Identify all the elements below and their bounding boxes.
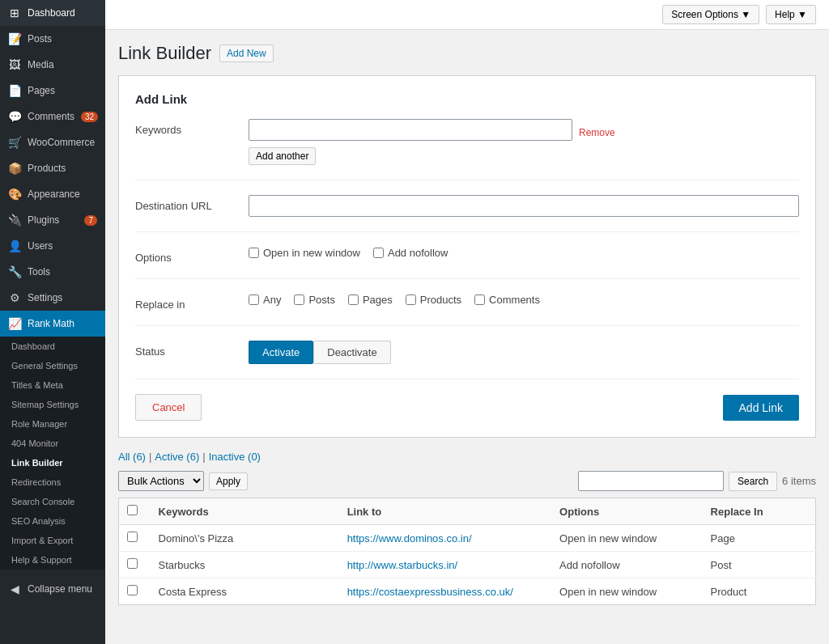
- row-checkbox-1[interactable]: [127, 532, 138, 542]
- sub-label: Import & Export: [11, 536, 73, 545]
- posts-icon: 📝: [8, 32, 21, 45]
- add-nofollow-option[interactable]: Add nofollow: [373, 247, 448, 259]
- rankmath-submenu: Dashboard General Settings Titles & Meta…: [0, 337, 105, 570]
- row-checkbox-2[interactable]: [127, 558, 138, 569]
- sidebar-item-pages[interactable]: 📄 Pages: [0, 78, 105, 104]
- destination-url-input[interactable]: [249, 195, 799, 217]
- sub-role-manager[interactable]: Role Manager: [0, 414, 105, 434]
- options-checkboxes: Open in new window Add nofollow: [249, 247, 799, 259]
- products-icon: 📦: [8, 162, 21, 175]
- sub-import-export[interactable]: Import & Export: [0, 531, 105, 550]
- sub-label: Redirections: [11, 477, 61, 487]
- replace-products-option[interactable]: Products: [406, 294, 461, 306]
- replace-posts-checkbox[interactable]: [294, 294, 304, 305]
- sidebar-item-comments[interactable]: 💬 Comments 32: [0, 104, 105, 129]
- sub-sitemap-settings[interactable]: Sitemap Settings: [0, 395, 105, 414]
- replace-comments-option[interactable]: Comments: [474, 294, 540, 306]
- sub-titles-meta[interactable]: Titles & Meta: [0, 375, 105, 395]
- sub-label: Search Console: [11, 497, 74, 506]
- sub-label: Dashboard: [11, 341, 55, 351]
- sub-seo-analysis[interactable]: SEO Analysis: [0, 511, 105, 531]
- sub-help-support[interactable]: Help & Support: [0, 550, 105, 570]
- sidebar-item-dashboard[interactable]: ⊞ Dashboard: [0, 0, 105, 26]
- sidebar-item-users[interactable]: 👤 Users: [0, 233, 105, 259]
- status-buttons: Activate Deactivate: [249, 341, 799, 364]
- col-replacein-header: Replace In: [703, 498, 816, 525]
- row-checkbox-3[interactable]: [127, 585, 138, 595]
- open-new-window-option[interactable]: Open in new window: [249, 247, 360, 259]
- filter-all-link[interactable]: All (6): [118, 451, 146, 463]
- select-all-checkbox[interactable]: [127, 505, 138, 515]
- sub-404-monitor[interactable]: 404 Monitor: [0, 434, 105, 453]
- status-control: Activate Deactivate: [249, 341, 799, 364]
- keywords-input[interactable]: [249, 119, 572, 141]
- replace-posts-option[interactable]: Posts: [294, 294, 335, 306]
- keyword-input-row: Remove: [249, 119, 799, 141]
- filter-active-link[interactable]: Active (6): [155, 451, 199, 463]
- row-linkto-2: http://www.starbucks.in/: [339, 552, 551, 578]
- sidebar-item-products[interactable]: 📦 Products: [0, 155, 105, 181]
- sidebar-item-plugins[interactable]: 🔌 Plugins 7: [0, 207, 105, 233]
- sidebar-item-posts[interactable]: 📝 Posts: [0, 26, 105, 52]
- replace-any-option[interactable]: Any: [249, 294, 281, 306]
- remove-keyword-link[interactable]: Remove: [579, 122, 615, 138]
- sidebar-item-label: Products: [28, 163, 66, 174]
- sub-label: General Settings: [11, 361, 78, 371]
- replace-comments-label: Comments: [489, 294, 540, 306]
- options-control: Open in new window Add nofollow: [249, 247, 799, 259]
- row-link-3[interactable]: https://costaexpressbusiness.co.uk/: [347, 586, 513, 598]
- sub-dashboard[interactable]: Dashboard: [0, 337, 105, 356]
- sidebar-item-tools[interactable]: 🔧 Tools: [0, 259, 105, 285]
- deactivate-button[interactable]: Deactivate: [313, 341, 390, 364]
- sub-redirections[interactable]: Redirections: [0, 472, 105, 492]
- row-keywords-3: Costa Express: [151, 578, 339, 605]
- replace-in-row: Replace in Any Posts Pages: [135, 294, 799, 326]
- cancel-button[interactable]: Cancel: [135, 394, 202, 421]
- tools-icon: 🔧: [8, 265, 21, 278]
- open-new-window-checkbox[interactable]: [249, 248, 259, 258]
- screen-options-button[interactable]: Screen Options ▼: [662, 5, 759, 24]
- search-input[interactable]: [578, 471, 724, 491]
- replace-any-checkbox[interactable]: [249, 294, 259, 305]
- sidebar-item-media[interactable]: 🖼 Media: [0, 52, 105, 78]
- replace-any-label: Any: [263, 294, 281, 306]
- sub-general-settings[interactable]: General Settings: [0, 356, 105, 375]
- replace-products-checkbox[interactable]: [406, 294, 416, 305]
- sidebar-item-rankmath[interactable]: 📈 Rank Math: [0, 311, 105, 337]
- sub-label: Titles & Meta: [11, 380, 63, 390]
- appearance-icon: 🎨: [8, 188, 21, 201]
- add-link-submit-button[interactable]: Add Link: [723, 395, 799, 421]
- sidebar-item-label: Media: [28, 59, 54, 70]
- filter-separator-2: |: [202, 451, 205, 463]
- table-row: Costa Express https://costaexpressbusine…: [119, 578, 816, 605]
- form-actions: Cancel Add Link: [135, 394, 799, 421]
- apply-button[interactable]: Apply: [209, 472, 248, 490]
- add-link-card: Add Link Keywords Remove Add another Des…: [118, 75, 816, 438]
- rankmath-icon: 📈: [8, 317, 21, 330]
- add-nofollow-checkbox[interactable]: [373, 248, 384, 258]
- sub-search-console[interactable]: Search Console: [0, 492, 105, 511]
- collapse-menu[interactable]: ◀ Collapse menu: [0, 576, 105, 602]
- row-options-3: Open in new window: [551, 578, 702, 605]
- replace-pages-checkbox[interactable]: [348, 294, 359, 305]
- replace-pages-option[interactable]: Pages: [348, 294, 393, 306]
- status-row: Status Activate Deactivate: [135, 341, 799, 379]
- bulk-actions-select[interactable]: Bulk Actions: [118, 471, 204, 491]
- sidebar-item-settings[interactable]: ⚙ Settings: [0, 285, 105, 311]
- add-new-button[interactable]: Add New: [219, 44, 274, 62]
- sidebar-item-woocommerce[interactable]: 🛒 WooCommerce: [0, 129, 105, 155]
- replace-comments-checkbox[interactable]: [474, 294, 485, 305]
- sub-label: Help & Support: [11, 555, 72, 565]
- search-button[interactable]: Search: [729, 472, 777, 491]
- activate-button[interactable]: Activate: [249, 341, 313, 364]
- add-another-button[interactable]: Add another: [249, 147, 316, 165]
- page-title: Link Builder: [118, 43, 211, 64]
- help-button[interactable]: Help ▼: [766, 5, 816, 24]
- row-link-2[interactable]: http://www.starbucks.in/: [347, 559, 458, 571]
- media-icon: 🖼: [8, 58, 21, 71]
- row-link-1[interactable]: https://www.dominos.co.in/: [347, 532, 472, 544]
- sidebar-item-label: Rank Math: [28, 318, 74, 329]
- sidebar-item-appearance[interactable]: 🎨 Appearance: [0, 181, 105, 207]
- sub-link-builder[interactable]: Link Builder: [0, 453, 105, 472]
- filter-inactive-link[interactable]: Inactive (0): [209, 451, 261, 463]
